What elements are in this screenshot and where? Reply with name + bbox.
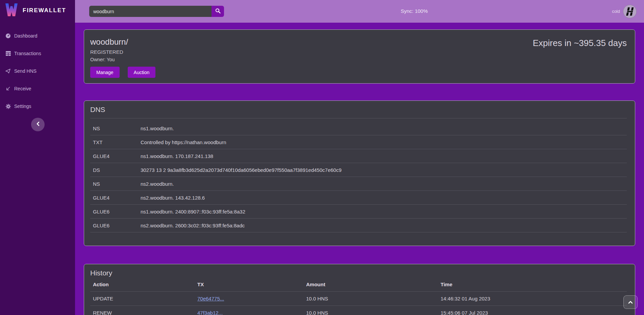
brand: FIREWALLET bbox=[0, 0, 75, 21]
history-time: 15:45:06 07 Jul 2023 bbox=[441, 310, 627, 315]
dns-table: NS ns1.woodburn. TXT Controlled by https… bbox=[90, 121, 627, 232]
topbar: Sync: 100% cold bbox=[75, 0, 644, 23]
firewallet-logo-icon bbox=[5, 3, 18, 18]
dns-record-row: TXT Controlled by https://nathan.woodbur… bbox=[90, 135, 627, 149]
receive-arrow-icon bbox=[5, 86, 11, 91]
table-icon bbox=[5, 51, 11, 56]
dns-record-value: 30273 13 2 9a3a8fb3d625d2a2073d740f10da6… bbox=[141, 167, 342, 173]
sidebar: FIREWALLET Dashboard Tran bbox=[0, 0, 75, 315]
history-action: RENEW bbox=[93, 310, 197, 315]
dns-record-type: GLUE6 bbox=[93, 223, 141, 228]
dns-record-row: NS ns2.woodburn. bbox=[90, 177, 627, 191]
domain-status: REGISTERED bbox=[90, 49, 155, 55]
history-col-time: Time bbox=[441, 282, 627, 287]
wallet-name: cold bbox=[612, 9, 620, 14]
history-amount: 10.0 HNS bbox=[306, 296, 441, 301]
history-col-tx: TX bbox=[197, 282, 306, 287]
dns-record-value: ns2.woodburn. bbox=[141, 181, 174, 187]
brand-name: FIREWALLET bbox=[23, 7, 66, 14]
sidebar-item-label: Dashboard bbox=[14, 33, 38, 39]
domain-owner: Owner: You bbox=[90, 57, 155, 62]
sidebar-nav: Dashboard Transactions Send HNS bbox=[0, 27, 75, 115]
sidebar-item-transactions[interactable]: Transactions bbox=[0, 45, 75, 62]
search-bar bbox=[89, 6, 224, 17]
manage-button[interactable]: Manage bbox=[90, 67, 120, 78]
dns-record-type: GLUE4 bbox=[93, 195, 141, 201]
sidebar-item-settings[interactable]: Settings bbox=[0, 97, 75, 115]
dns-record-value: ns2.woodburn. 143.42.128.6 bbox=[141, 195, 205, 201]
history-time: 14:46:32 01 Aug 2023 bbox=[441, 296, 627, 301]
history-header-row: Action TX Amount Time bbox=[90, 277, 627, 291]
wallet-chip[interactable]: cold bbox=[612, 0, 637, 23]
dns-record-row: NS ns1.woodburn. bbox=[90, 121, 627, 135]
domain-name: woodburn/ bbox=[90, 37, 155, 47]
dns-record-type: NS bbox=[93, 126, 141, 131]
dns-record-row: GLUE6 ns1.woodburn. 2400:8907::f03c:93ff… bbox=[90, 205, 627, 219]
dns-record-row: GLUE4 ns1.woodburn. 170.187.241.138 bbox=[90, 149, 627, 163]
tx-link[interactable]: 47f3ab12... bbox=[197, 310, 223, 315]
dns-record-value: ns1.woodburn. bbox=[141, 126, 174, 131]
dns-record-value: ns1.woodburn. 170.187.241.138 bbox=[141, 153, 213, 159]
domain-card-left: woodburn/ REGISTERED Owner: You Manage A… bbox=[90, 35, 155, 77]
domain-expiry: Expires in ~395.35 days bbox=[533, 38, 627, 77]
scroll-to-top-button[interactable] bbox=[623, 295, 638, 309]
divider bbox=[90, 118, 627, 118]
sidebar-item-receive[interactable]: Receive bbox=[0, 80, 75, 97]
gear-icon bbox=[5, 104, 11, 109]
sidebar-item-send-hns[interactable]: Send HNS bbox=[0, 62, 75, 80]
chevron-left-icon bbox=[36, 121, 40, 128]
handshake-avatar-icon[interactable] bbox=[623, 5, 637, 18]
history-col-action: Action bbox=[93, 282, 197, 287]
main-content: woodburn/ REGISTERED Owner: You Manage A… bbox=[75, 23, 644, 315]
sidebar-item-label: Settings bbox=[14, 104, 31, 109]
dns-title: DNS bbox=[90, 106, 627, 114]
history-action: UPDATE bbox=[93, 296, 197, 301]
history-row: RENEW 47f3ab12... 10.0 HNS 15:45:06 07 J… bbox=[90, 306, 627, 315]
dns-record-value: ns2.woodburn. 2600:3c02::f03c:93ff:fe5a:… bbox=[141, 223, 245, 228]
dns-record-type: DS bbox=[93, 167, 141, 173]
chevron-up-icon bbox=[628, 299, 633, 305]
dns-record-type: GLUE6 bbox=[93, 209, 141, 215]
history-col-amount: Amount bbox=[306, 282, 441, 287]
dns-record-type: GLUE4 bbox=[93, 153, 141, 159]
sidebar-collapse-button[interactable] bbox=[31, 118, 45, 131]
dns-record-type: NS bbox=[93, 181, 141, 187]
dns-record-row: GLUE6 ns2.woodburn. 2600:3c02::f03c:93ff… bbox=[90, 219, 627, 232]
history-amount: 10.0 HNS bbox=[306, 310, 441, 315]
sync-status: Sync: 100% bbox=[401, 8, 428, 14]
dns-record-value: ns1.woodburn. 2400:8907::f03c:93ff:fe5a:… bbox=[141, 209, 245, 215]
dns-record-row: DS 30273 13 2 9a3a8fb3d625d2a2073d740f10… bbox=[90, 163, 627, 177]
history-card: History Action TX Amount Time UPDATE 70e… bbox=[84, 264, 635, 315]
sidebar-item-label: Transactions bbox=[14, 51, 41, 56]
auction-button[interactable]: Auction bbox=[128, 67, 156, 78]
dns-record-row: GLUE4 ns2.woodburn. 143.42.128.6 bbox=[90, 191, 627, 205]
search-button[interactable] bbox=[212, 6, 224, 17]
sidebar-item-label: Send HNS bbox=[14, 68, 36, 74]
dns-record-type: TXT bbox=[93, 139, 141, 145]
domain-card: woodburn/ REGISTERED Owner: You Manage A… bbox=[84, 29, 635, 84]
search-icon bbox=[215, 8, 221, 15]
sidebar-item-dashboard[interactable]: Dashboard bbox=[0, 27, 75, 45]
dashboard-gauge-icon bbox=[5, 33, 11, 39]
send-icon bbox=[5, 68, 11, 74]
search-input[interactable] bbox=[89, 6, 212, 17]
domain-actions: Manage Auction bbox=[90, 67, 155, 78]
history-title: History bbox=[90, 269, 627, 277]
tx-link[interactable]: 70e64775... bbox=[197, 296, 224, 301]
dns-record-value: Controlled by https://nathan.woodburn bbox=[141, 139, 226, 145]
dns-card: DNS NS ns1.woodburn. TXT Controlled by h… bbox=[84, 100, 635, 246]
history-row: UPDATE 70e64775... 10.0 HNS 14:46:32 01 … bbox=[90, 291, 627, 306]
sidebar-item-label: Receive bbox=[14, 86, 31, 91]
